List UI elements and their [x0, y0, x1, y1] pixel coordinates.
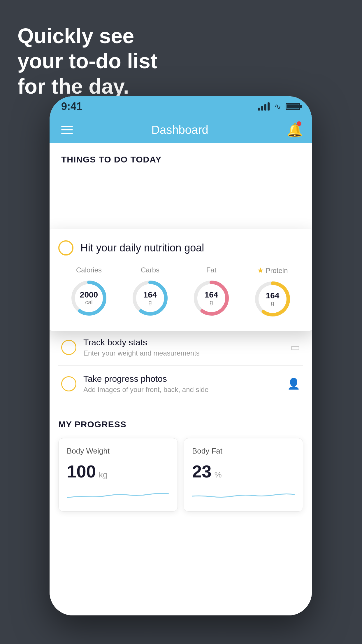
- signal-icon: [258, 102, 270, 111]
- fat-label: Fat: [206, 266, 217, 274]
- carbs-donut: 164 g: [130, 278, 171, 318]
- fat-unit: g: [205, 299, 218, 306]
- status-icons: ∿: [258, 102, 300, 111]
- todo-circle-nutrition[interactable]: [58, 240, 73, 256]
- calories-label: Calories: [76, 266, 102, 274]
- protein-item: ★ Protein 164 g: [252, 266, 293, 319]
- calories-value: 2000: [80, 291, 98, 299]
- nutrition-card: Hit your daily nutrition goal Calories: [50, 229, 312, 331]
- todo-photos-title: Take progress photos: [83, 374, 280, 384]
- todo-stats-title: Track body stats: [83, 337, 283, 347]
- body-weight-card[interactable]: Body Weight 100 kg: [58, 438, 178, 512]
- status-time: 9:41: [61, 100, 82, 113]
- progress-cards: Body Weight 100 kg Body Fat 23 %: [58, 438, 303, 512]
- carbs-value: 164: [143, 291, 157, 299]
- status-bar: 9:41 ∿: [50, 96, 312, 117]
- fat-item: Fat 164 g: [191, 266, 232, 318]
- body-weight-value: 100: [67, 461, 96, 482]
- carbs-label: Carbs: [141, 266, 159, 274]
- phone-frame: 9:41 ∿ Dashboard 🔔 THINGS TO DO TODAY: [50, 96, 312, 615]
- body-fat-title: Body Fat: [192, 447, 295, 456]
- todo-body-stats[interactable]: Track body stats Enter your weight and m…: [58, 329, 303, 366]
- protein-value: 164: [266, 292, 280, 300]
- progress-header: MY PROGRESS: [58, 419, 303, 429]
- todo-photos-subtitle: Add images of your front, back, and side: [83, 386, 280, 394]
- nav-title: Dashboard: [151, 123, 208, 136]
- protein-label: ★ Protein: [257, 266, 288, 275]
- headline: Quickly see your to-do list for the day.: [17, 23, 157, 99]
- nutrition-circles: Calories 2000 cal: [58, 266, 303, 319]
- star-icon: ★: [257, 266, 264, 275]
- calories-item: Calories 2000 cal: [68, 266, 109, 318]
- wifi-icon: ∿: [274, 102, 281, 111]
- body-weight-unit: kg: [99, 470, 108, 480]
- body-fat-value: 23: [192, 461, 212, 482]
- body-fat-sparkline: [192, 487, 295, 502]
- todo-circle-photos: [61, 376, 76, 391]
- protein-donut: 164 g: [252, 279, 293, 319]
- notification-button[interactable]: 🔔: [287, 123, 300, 137]
- body-fat-card[interactable]: Body Fat 23 %: [184, 438, 303, 512]
- calories-unit: cal: [80, 299, 98, 306]
- todo-stats-text: Track body stats Enter your weight and m…: [83, 337, 283, 357]
- progress-section: MY PROGRESS Body Weight 100 kg Body Fat: [50, 408, 312, 517]
- carbs-unit: g: [143, 299, 157, 306]
- todo-photos[interactable]: Take progress photos Add images of your …: [58, 366, 303, 402]
- body-weight-title: Body Weight: [67, 447, 169, 456]
- scale-icon: ▭: [290, 341, 300, 354]
- calories-donut: 2000 cal: [68, 278, 109, 318]
- menu-button[interactable]: [61, 126, 73, 134]
- protein-unit: g: [266, 300, 280, 307]
- body-fat-unit: %: [215, 470, 222, 480]
- carbs-item: Carbs 164 g: [130, 266, 171, 318]
- battery-icon: [286, 103, 300, 110]
- nav-bar: Dashboard 🔔: [50, 117, 312, 143]
- content-area: THINGS TO DO TODAY Hit your daily nutrit…: [50, 143, 312, 615]
- fat-donut: 164 g: [191, 278, 232, 318]
- person-icon: 👤: [287, 378, 300, 390]
- todo-photos-text: Take progress photos Add images of your …: [83, 374, 280, 394]
- body-weight-sparkline: [67, 487, 169, 502]
- notification-badge: [297, 121, 301, 126]
- todo-circle-stats: [61, 340, 76, 355]
- nutrition-card-title: Hit your daily nutrition goal: [80, 242, 204, 254]
- things-header: THINGS TO DO TODAY: [50, 143, 312, 170]
- todo-stats-subtitle: Enter your weight and measurements: [83, 349, 283, 357]
- fat-value: 164: [205, 291, 218, 299]
